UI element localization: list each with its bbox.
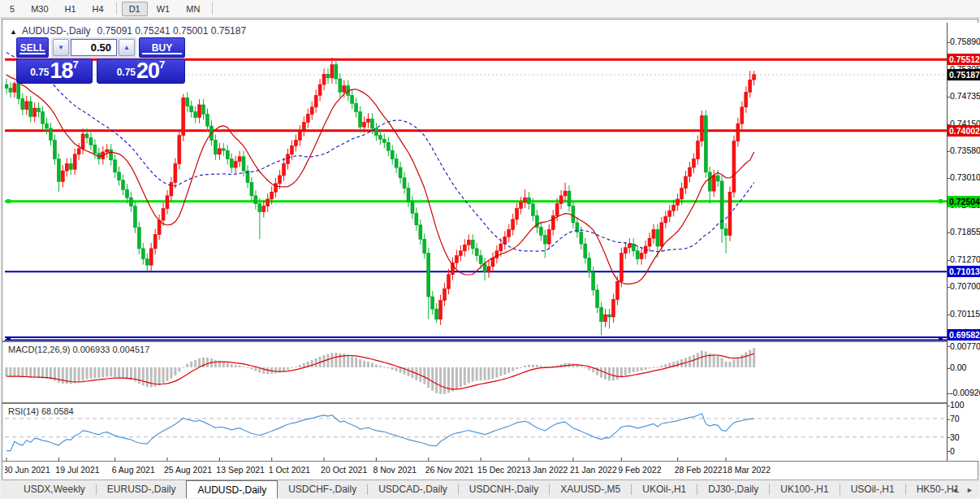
candle-body xyxy=(572,206,575,223)
rsi-indicator-pane[interactable] xyxy=(5,404,947,461)
candle-body xyxy=(652,230,655,238)
rsi-tick-label: 0 xyxy=(950,446,955,456)
volume-increase-icon[interactable]: ▲ xyxy=(119,39,135,56)
candle-body xyxy=(531,204,534,216)
macd-bar xyxy=(29,367,32,378)
macd-bar xyxy=(214,360,217,367)
candle-body xyxy=(262,206,266,212)
price-axis[interactable]: 0.758900.753050.747350.741500.735800.730… xyxy=(947,23,980,461)
mt4-trading-app: { "toolbar": { "timeframes": ["5", "M30"… xyxy=(0,0,980,499)
candle-body xyxy=(463,245,466,251)
candle-body xyxy=(604,315,607,322)
tab-uk100-h1[interactable]: UK100-,H1 xyxy=(770,480,839,498)
candle-body xyxy=(580,232,583,245)
tab-scroll-right-icon[interactable]: ► xyxy=(966,486,974,494)
level-handle[interactable] xyxy=(6,199,11,203)
tab-usdcad-daily[interactable]: USDCAD-,Daily xyxy=(368,480,458,498)
timeframe-button-m30[interactable]: M30 xyxy=(24,2,55,16)
tab-xauusd-m5[interactable]: XAUUSD-,M5 xyxy=(550,480,631,498)
symbol-label: AUDUSD-,Daily xyxy=(22,25,91,37)
volume-decrease-icon[interactable]: ▼ xyxy=(53,39,69,56)
tab-usdx-weekly[interactable]: USDX,Weekly xyxy=(13,480,96,498)
candle-body xyxy=(137,228,140,249)
candle-body xyxy=(258,204,261,212)
candle-body xyxy=(335,65,338,79)
macd-bar xyxy=(480,367,482,380)
volume-input[interactable]: 0.50 xyxy=(71,39,117,56)
candle-body xyxy=(648,238,651,246)
chart-title: ▲AUDUSD-,Daily0.75091 0.75241 0.75001 0.… xyxy=(10,25,246,37)
timeframe-button-d1[interactable]: D1 xyxy=(122,2,148,16)
candle-body xyxy=(33,108,37,116)
macd-bar xyxy=(637,367,639,371)
macd-bar xyxy=(588,367,590,370)
macd-bar xyxy=(600,367,602,378)
collapse-triangle-icon[interactable]: ▲ xyxy=(10,28,17,36)
candle-body xyxy=(234,162,237,168)
macd-bar xyxy=(435,367,438,393)
tab-ukoil-h1[interactable]: UKOil-,H1 xyxy=(632,480,697,498)
tab-scroll-left-icon[interactable]: ◄ xyxy=(951,486,958,494)
macd-bar xyxy=(227,362,229,367)
timeframe-button-5[interactable]: 5 xyxy=(2,2,22,16)
toolbar-separator xyxy=(116,2,117,15)
sell-price-big: 18 xyxy=(50,60,73,81)
tab-eurusd-daily[interactable]: EURUSD-,Daily xyxy=(97,480,187,498)
macd-bar xyxy=(355,358,357,367)
macd-bar xyxy=(126,367,128,379)
candle-body xyxy=(45,124,49,128)
macd-bar xyxy=(190,362,192,367)
candle-body xyxy=(615,281,619,299)
candle-body xyxy=(559,196,563,204)
date-label: 6 Aug 2021 xyxy=(112,465,155,475)
macd-bar xyxy=(729,362,732,367)
candle-body xyxy=(355,103,358,111)
tab-usoil-h1[interactable]: USOil-,H1 xyxy=(840,480,905,498)
candle-body xyxy=(339,79,342,92)
rsi-title: RSI(14) 68.0584 xyxy=(8,406,74,416)
macd-bar xyxy=(158,367,161,385)
macd-bar xyxy=(532,365,534,367)
buy-price-tile[interactable]: 0.75 20 7 xyxy=(97,59,185,84)
macd-bar xyxy=(291,367,293,368)
price-badge: 0.75187 xyxy=(948,69,980,80)
tab-dj30-daily[interactable]: DJ30-,Daily xyxy=(697,480,769,498)
candle-body xyxy=(495,251,499,258)
candle-body xyxy=(174,163,177,182)
timeframe-button-mn[interactable]: MN xyxy=(179,2,207,16)
timeframe-button-h4[interactable]: H4 xyxy=(85,2,111,16)
sell-price-tile[interactable]: 0.75 18 7 xyxy=(16,59,93,84)
buy-button[interactable]: BUY xyxy=(139,37,185,58)
candle-body xyxy=(145,259,149,266)
macd-bar xyxy=(106,367,108,377)
macd-histogram xyxy=(6,348,756,394)
candle-body xyxy=(278,176,282,184)
ohlc-values: 0.75091 0.75241 0.75001 0.75187 xyxy=(97,25,247,37)
macd-bar xyxy=(82,367,84,380)
timeframe-button-w1[interactable]: W1 xyxy=(149,2,178,16)
date-axis[interactable]: 30 Jun 202119 Jul 20216 Aug 202125 Aug 2… xyxy=(5,463,947,478)
candle-body xyxy=(608,315,611,317)
level-handle[interactable] xyxy=(939,199,943,203)
timeframe-button-h1[interactable]: H1 xyxy=(58,2,84,16)
candle-body xyxy=(206,115,209,127)
candle-body xyxy=(37,108,41,112)
candle-body xyxy=(17,84,20,99)
macd-bar xyxy=(499,367,502,376)
price-tick-label: 0.70700 xyxy=(950,281,980,291)
macd-bar xyxy=(303,363,305,367)
macd-bar xyxy=(93,367,96,378)
macd-bar xyxy=(524,366,526,367)
toolbar-separator xyxy=(212,2,213,15)
macd-bar xyxy=(676,361,679,367)
sell-button[interactable]: SELL xyxy=(16,37,49,58)
candle-body xyxy=(367,119,370,122)
price-tick-label: 0.71270 xyxy=(950,254,980,264)
macd-bar xyxy=(616,367,619,380)
tab-audusd-daily[interactable]: AUDUSD-,Daily xyxy=(186,480,278,498)
tab-usdcnh-daily[interactable]: USDCNH-,Daily xyxy=(459,480,549,498)
candle-body xyxy=(41,112,45,124)
one-click-trade-panel: SELL ▼ 0.50 ▲ BUY 0.75 18 7 0.75 20 7 xyxy=(16,37,185,84)
candle-body xyxy=(170,183,173,196)
tab-usdchf-daily[interactable]: USDCHF-,Daily xyxy=(278,480,367,498)
